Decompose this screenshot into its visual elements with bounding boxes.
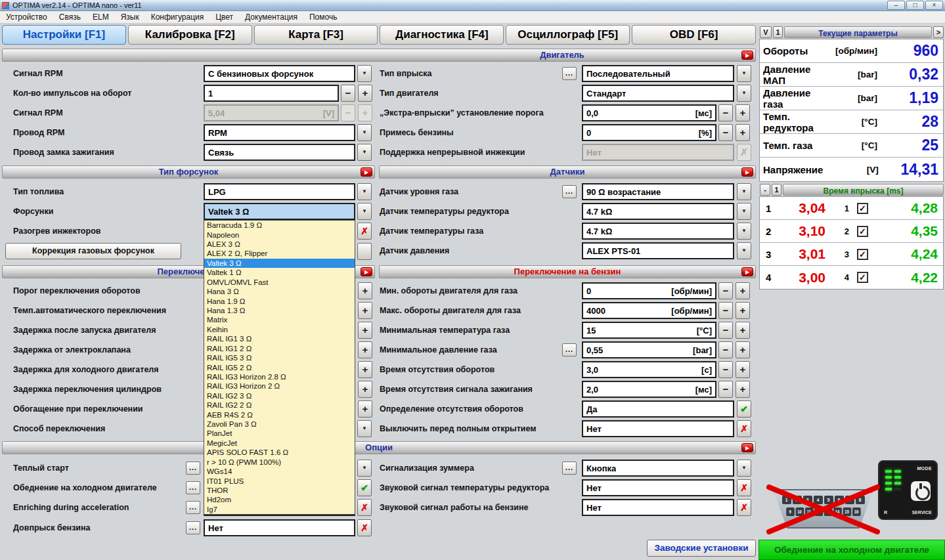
tab[interactable]: Диагностика [F4] bbox=[380, 25, 504, 45]
reducer-temp-sensor-input[interactable]: 4.7 kΩ bbox=[582, 203, 734, 220]
dropdown-arrow-icon[interactable]: ▼ bbox=[737, 203, 751, 220]
cylinder-checkbox[interactable]: ✓ bbox=[857, 203, 868, 214]
dropdown-arrow-icon[interactable]: ▼ bbox=[737, 460, 751, 477]
dropdown-item[interactable]: THOR bbox=[204, 486, 355, 495]
extra-injections-input[interactable]: 0,0[мс] bbox=[582, 104, 716, 121]
factory-settings-button[interactable]: Заводские установки bbox=[647, 540, 756, 557]
panel-v-button[interactable]: V bbox=[760, 26, 772, 38]
plus-button[interactable]: + bbox=[736, 282, 750, 299]
min-gas-temp-input[interactable]: 15[°C] bbox=[582, 322, 716, 339]
dropdown-item[interactable]: PlanJet bbox=[204, 429, 355, 438]
dropdown-item[interactable]: RAIL IG2 3 Ω bbox=[204, 391, 355, 400]
menu-item[interactable]: Помочь bbox=[303, 11, 343, 23]
cylinder-checkbox[interactable]: ✓ bbox=[857, 226, 868, 237]
minus-button[interactable]: − bbox=[718, 361, 733, 378]
dropdown-item[interactable]: IT01 PLUS bbox=[204, 476, 355, 485]
dropdown-item[interactable]: Zavoli Pan 3 Ω bbox=[204, 420, 355, 429]
dropdown-arrow-icon[interactable]: ▼ bbox=[737, 242, 751, 259]
dropdown-item[interactable]: RAIL IG1 2 Ω bbox=[204, 343, 355, 353]
x-button[interactable]: ✗ bbox=[737, 499, 751, 516]
play-icon[interactable]: ▶ bbox=[741, 443, 753, 452]
dropdown-item[interactable]: RAIL IG2 2 Ω bbox=[204, 400, 355, 410]
buzzer-alarm-input[interactable]: Кнопка bbox=[582, 460, 734, 477]
play-icon[interactable]: ▶ bbox=[361, 167, 372, 177]
dropdown-item[interactable]: Hana 1.9 Ω bbox=[204, 296, 355, 305]
menu-item[interactable]: Конфигурация bbox=[145, 11, 210, 23]
more-options-button[interactable]: ... bbox=[562, 343, 577, 356]
petrol-admixture-input[interactable]: 0[%] bbox=[582, 124, 716, 141]
dropdown-item[interactable]: RAIL IG3 Horizon 2 Ω bbox=[204, 381, 355, 391]
plus-button[interactable]: + bbox=[736, 361, 750, 378]
tab[interactable]: Карта [F3] bbox=[254, 25, 378, 45]
dropdown-item[interactable]: Hd2om bbox=[204, 495, 355, 504]
detect-no-rpm-input[interactable]: Да bbox=[582, 400, 734, 418]
max-rpm-gas-input[interactable]: 4000[обр/мин] bbox=[582, 302, 716, 319]
engine-type-input[interactable]: Стандарт bbox=[582, 85, 734, 102]
panel-page-button[interactable]: 1 bbox=[773, 26, 783, 38]
dropdown-arrow-icon[interactable]: ▼ bbox=[737, 223, 751, 240]
menu-item[interactable]: Цвет bbox=[209, 11, 239, 23]
menu-item[interactable]: Устройство bbox=[0, 11, 53, 23]
x-button[interactable]: ✗ bbox=[357, 519, 372, 536]
cylinder-checkbox[interactable]: ✓ bbox=[857, 249, 868, 260]
dropdown-item[interactable]: Matrix bbox=[204, 315, 355, 324]
injection-page-button[interactable]: 1 bbox=[772, 184, 781, 196]
more-options-button[interactable]: ... bbox=[562, 462, 577, 475]
dropdown-item[interactable]: MegicJet bbox=[204, 439, 355, 448]
injection-type-input[interactable]: Последовательный bbox=[582, 65, 734, 82]
plus-button[interactable]: + bbox=[736, 322, 750, 339]
maximize-button[interactable]: □ bbox=[906, 1, 924, 10]
minus-button[interactable]: − bbox=[718, 341, 733, 358]
play-icon[interactable]: ▶ bbox=[741, 267, 753, 276]
plus-button[interactable]: + bbox=[736, 124, 750, 141]
more-options-button[interactable]: ... bbox=[562, 67, 577, 80]
tab[interactable]: Настройки [F1] bbox=[2, 25, 126, 45]
plus-button[interactable]: + bbox=[736, 381, 750, 398]
x-button[interactable]: ✗ bbox=[737, 479, 751, 496]
petrol-mode-beep-input[interactable]: Нет bbox=[582, 499, 734, 516]
minus-button[interactable]: − bbox=[718, 282, 733, 299]
min-gas-pressure-input[interactable]: 0,55[bar] bbox=[582, 341, 716, 358]
dropdown-arrow-icon[interactable]: ▼ bbox=[737, 85, 751, 102]
minimize-button[interactable]: – bbox=[887, 1, 905, 10]
tab[interactable]: Калибровка [F2] bbox=[128, 25, 252, 45]
dropdown-item[interactable]: WGs14 bbox=[204, 467, 355, 476]
close-button[interactable]: × bbox=[925, 1, 943, 10]
dropdown-item[interactable]: Hana 3 Ω bbox=[204, 287, 355, 296]
menu-item[interactable]: Язык bbox=[115, 11, 145, 23]
plus-button[interactable]: + bbox=[736, 104, 750, 121]
panel-next-button[interactable]: > bbox=[933, 26, 944, 38]
minus-button[interactable]: − bbox=[718, 104, 733, 121]
minus-button[interactable]: − bbox=[718, 322, 733, 339]
dropdown-item[interactable]: Valtek 3 Ω bbox=[204, 259, 355, 268]
play-icon[interactable]: ▶ bbox=[741, 167, 753, 177]
no-ignition-signal-input[interactable]: 2,0[мс] bbox=[582, 381, 716, 398]
plus-button[interactable]: + bbox=[736, 341, 750, 358]
cylinder-checkbox[interactable]: ✓ bbox=[857, 272, 868, 283]
play-icon[interactable]: ▶ bbox=[361, 267, 372, 276]
dropdown-item[interactable]: RAIL IG3 Horizon 2.8 Ω bbox=[204, 372, 355, 381]
dropdown-item[interactable]: APIS SOLO FAST 1.6 Ω bbox=[204, 448, 355, 457]
dropdown-item[interactable]: Keihin bbox=[204, 325, 355, 334]
dropdown-item[interactable]: ALEX 3 Ω bbox=[204, 240, 355, 249]
dropdown-item[interactable]: Valtek 1 Ω bbox=[204, 268, 355, 277]
play-icon[interactable]: ▶ bbox=[741, 51, 753, 60]
dropdown-item[interactable]: AEB R4S 2 Ω bbox=[204, 410, 355, 419]
dropdown-item[interactable]: ALEX 2 Ω, Flipper bbox=[204, 249, 355, 258]
dropdown-item[interactable]: RAIL IG1 3 Ω bbox=[204, 334, 355, 343]
petrol-reinjection-input[interactable]: Нет bbox=[204, 519, 355, 536]
x-button[interactable]: ✗ bbox=[737, 420, 751, 437]
gas-level-sensor-input[interactable]: 90 Ω возрастание bbox=[582, 183, 734, 200]
min-rpm-gas-input[interactable]: 0[обр/мин] bbox=[582, 282, 716, 299]
gas-temp-sensor-input[interactable]: 4.7 kΩ bbox=[582, 223, 734, 240]
dropdown-item[interactable]: RAIL IG5 3 Ω bbox=[204, 353, 355, 362]
pressure-sensor-input[interactable]: ALEX PTS-01 bbox=[582, 242, 734, 259]
tab[interactable]: OBD [F6] bbox=[632, 25, 756, 45]
dropdown-item[interactable]: Ig7 bbox=[204, 505, 355, 514]
dropdown-item[interactable]: OMVL/OMVL Fast bbox=[204, 278, 355, 287]
menu-item[interactable]: Документация bbox=[239, 11, 303, 23]
menu-item[interactable]: ELM bbox=[87, 11, 115, 23]
dropdown-item[interactable]: Barracuda 1.9 Ω bbox=[204, 221, 355, 230]
injection-minus-button[interactable]: - bbox=[760, 184, 770, 196]
minus-button[interactable]: − bbox=[718, 124, 733, 141]
